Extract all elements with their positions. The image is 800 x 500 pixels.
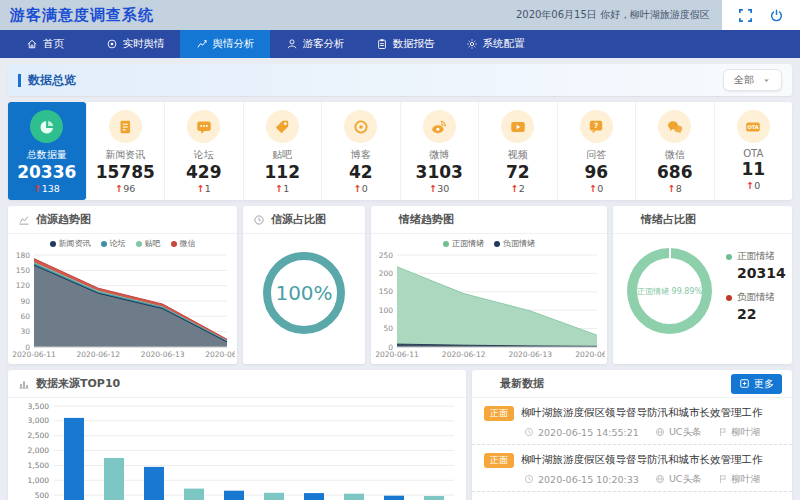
- news-icon: [109, 110, 142, 143]
- legend-item: 贴吧: [136, 238, 161, 249]
- overview-title: 数据总览: [28, 72, 76, 89]
- stat-change: ↑0: [558, 183, 636, 194]
- panel-title: 信源趋势图: [36, 212, 91, 227]
- tag-icon: [266, 110, 299, 143]
- svg-text:2,500: 2,500: [28, 431, 50, 440]
- panel-title: 情绪占比图: [641, 212, 696, 227]
- weibo-icon: [423, 110, 456, 143]
- news-time: 2020-06-15 14:55:21: [524, 427, 639, 438]
- stat-card-news: 新闻资讯15785↑96: [86, 102, 165, 200]
- stat-value: 3103: [401, 162, 479, 183]
- up-arrow-icon: ↑: [429, 183, 437, 194]
- stat-value: 429: [165, 162, 243, 183]
- panel-source-share-header: 信源占比图: [243, 206, 365, 234]
- caret-down-icon: [762, 76, 771, 85]
- sentiment-badge: 正面: [484, 453, 514, 468]
- legend-dot-icon: [443, 241, 449, 247]
- filter-dropdown[interactable]: 全部: [723, 69, 782, 91]
- emotion-share-chart: 正面情绪 99.89%正面情绪20314负面情绪22: [613, 234, 792, 334]
- up-arrow-icon: ↑: [668, 183, 676, 194]
- legend-value: 20314: [737, 265, 786, 281]
- svg-text:2020-06-13: 2020-06-13: [509, 350, 553, 359]
- stat-change: ↑8: [636, 183, 714, 194]
- stat-value: 686: [636, 162, 714, 183]
- time-icon: [524, 427, 534, 437]
- bars-icon: [18, 378, 30, 390]
- nav-item-label: 游客分析: [303, 37, 345, 51]
- panel-source-share: 信源占比图 100%: [243, 206, 365, 364]
- stat-value: 112: [244, 162, 322, 183]
- stat-label: 博客: [322, 148, 400, 162]
- source-share-chart: 100%: [243, 252, 365, 334]
- svg-text:250: 250: [379, 251, 394, 260]
- stat-value: 11: [715, 159, 793, 180]
- stat-change: ↑30: [401, 183, 479, 194]
- report-icon: [376, 38, 388, 50]
- nav-item-realtime[interactable]: 实时舆情: [90, 30, 180, 58]
- svg-text:2020-06-12: 2020-06-12: [77, 350, 121, 359]
- stat-card-blog: 博客42↑0: [321, 102, 400, 200]
- overview-header: 数据总览 全部: [8, 64, 792, 96]
- bars-icon-2: [482, 378, 494, 390]
- legend-item: 正面情绪: [443, 238, 484, 249]
- main-content: 数据总览 全部 总数据量20336↑138新闻资讯15785↑96论坛429↑1…: [0, 58, 800, 500]
- panel-emotion-share-header: 情绪占比图: [613, 206, 792, 234]
- legend-value: 22: [737, 306, 786, 322]
- forum-icon: [187, 110, 220, 143]
- source-share-donut: 100%: [263, 252, 345, 334]
- stat-value: 72: [479, 162, 557, 183]
- emotion-share-donut: 正面情绪 99.89%: [627, 248, 712, 334]
- news-title[interactable]: 柳叶湖旅游度假区领导督导防汛和城市长效管理工作: [521, 453, 780, 467]
- stat-card-forum: 论坛429↑1: [164, 102, 243, 200]
- monitor-icon: [106, 38, 118, 50]
- legend-item: 新闻资讯: [50, 238, 91, 249]
- panel-title: 最新数据: [500, 376, 544, 391]
- power-icon[interactable]: [769, 8, 784, 23]
- nav-item-label: 系统配置: [483, 37, 525, 51]
- svg-text:500: 500: [35, 491, 50, 500]
- more-button[interactable]: 更多: [731, 374, 782, 394]
- pie-icon: [30, 110, 63, 143]
- clock-icon-2: [623, 214, 635, 226]
- ota-icon: OTA: [737, 110, 770, 143]
- stat-label: 微信: [636, 148, 714, 162]
- up-arrow-icon: ↑: [354, 183, 362, 194]
- svg-text:1,000: 1,000: [28, 476, 50, 485]
- donut-center-text: 100%: [275, 281, 332, 305]
- stat-label: 贴吧: [244, 148, 322, 162]
- svg-text:30: 30: [20, 327, 30, 336]
- panel-top10-header: 数据来源TOP10: [8, 370, 466, 398]
- wechat-icon: [658, 110, 691, 143]
- svg-text:2020-06-11: 2020-06-11: [12, 350, 56, 359]
- nav-item-report[interactable]: 数据报告: [360, 30, 450, 58]
- stat-label: 微博: [401, 148, 479, 162]
- nav-item-label: 首页: [43, 37, 64, 51]
- svg-text:2020-06-14: 2020-06-14: [575, 350, 605, 359]
- blog-icon: [344, 110, 377, 143]
- accent-bar: [18, 74, 21, 87]
- chart-legend: 正面情绪负面情绪: [371, 234, 607, 249]
- trend-icon: [18, 214, 30, 226]
- home-icon: [26, 38, 38, 50]
- nav-item-settings[interactable]: 系统配置: [450, 30, 540, 58]
- svg-text:2020-06-11: 2020-06-11: [375, 350, 419, 359]
- emotion-trend-chart: 正面情绪负面情绪0501001502002502020-06-112020-06…: [371, 234, 607, 359]
- nav-item-visitor[interactable]: 游客分析: [270, 30, 360, 58]
- news-item: 正面柳叶湖旅游度假区领导督导防汛和城市长效管理工作2020-06-15 14:5…: [472, 398, 792, 445]
- stat-card-video: 视频72↑2: [478, 102, 557, 200]
- source-trend-chart: 新闻资讯论坛贴吧微信03060901201501802020-06-112020…: [8, 234, 237, 359]
- news-source: UC头条: [655, 473, 702, 486]
- nav-item-home[interactable]: 首页: [0, 30, 90, 58]
- main-nav: 首页实时舆情舆情分析游客分析数据报告系统配置: [0, 30, 800, 58]
- news-site: 柳叶湖: [718, 473, 761, 486]
- charts-row: 信源趋势图 新闻资讯论坛贴吧微信03060901201501802020-06-…: [8, 206, 792, 364]
- legend-dot-icon: [171, 241, 177, 247]
- news-title[interactable]: 柳叶湖旅游度假区领导督导防汛和城市长效管理工作: [521, 406, 780, 420]
- nav-item-analysis[interactable]: 舆情分析: [180, 30, 270, 58]
- stat-card-ota: OTAOTA11↑0: [714, 102, 793, 200]
- analysis-icon: [196, 38, 208, 50]
- stat-change: ↑0: [715, 180, 793, 191]
- svg-text:90: 90: [20, 297, 30, 306]
- fullscreen-icon[interactable]: [738, 8, 753, 23]
- svg-text:60: 60: [20, 312, 30, 321]
